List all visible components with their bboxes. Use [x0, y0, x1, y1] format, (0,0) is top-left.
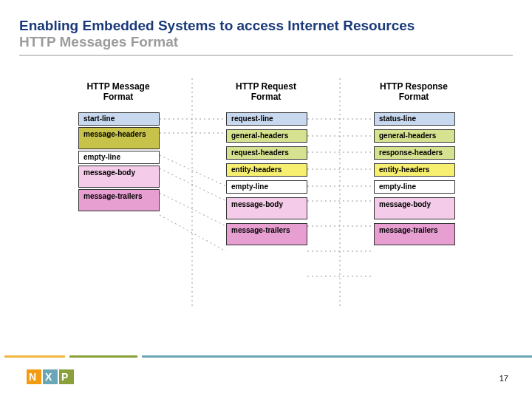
col3-empty-line: empty-line — [374, 180, 455, 194]
svg-line-4 — [160, 155, 226, 186]
svg-text:N: N — [29, 371, 36, 383]
col3-message-body: message-body — [374, 197, 455, 219]
col2-general-headers: general-headers — [226, 129, 307, 143]
svg-line-7 — [160, 215, 226, 251]
col1-start-line: start-line — [78, 112, 160, 126]
col2-message-body: message-body — [226, 197, 307, 219]
diagram: HTTP Message Format HTTP Request Format … — [66, 78, 466, 315]
svg-text:P: P — [61, 371, 68, 383]
title-line2: HTTP Messages Format — [19, 34, 513, 50]
col1-empty-line: empty-line — [78, 151, 160, 164]
col-header-3-l1: HTTP Response — [380, 81, 448, 92]
title-line1: Enabling Embedded Systems to access Inte… — [19, 18, 513, 34]
col2-entity-headers: entity-headers — [226, 163, 307, 177]
footer-bar-green — [69, 355, 137, 358]
col3-status-line: status-line — [374, 112, 455, 126]
col2-request-headers: request-headers — [226, 146, 307, 160]
col2-empty-line: empty-line — [226, 180, 307, 194]
col-header-3: HTTP Response Format — [362, 81, 466, 103]
svg-line-6 — [160, 193, 226, 226]
col-header-1-l2: Format — [103, 92, 134, 102]
col2-request-line: request-line — [226, 112, 307, 126]
col2-message-trailers: message-trailers — [226, 223, 307, 245]
nxp-logo: N X P — [27, 366, 81, 390]
col-header-1: HTTP Message Format — [66, 81, 170, 103]
col-header-2: HTTP Request Format — [214, 81, 318, 103]
page-number: 17 — [499, 374, 508, 383]
svg-line-5 — [160, 168, 226, 201]
footer-bar-orange — [4, 355, 65, 358]
footer-bar-teal — [142, 355, 532, 358]
col1-message-trailers: message-trailers — [78, 189, 160, 211]
svg-text:X: X — [45, 371, 52, 383]
slide-title: Enabling Embedded Systems to access Inte… — [0, 0, 532, 53]
col1-message-body: message-body — [78, 166, 160, 188]
col3-message-trailers: message-trailers — [374, 223, 455, 245]
col-header-1-l1: HTTP Message — [86, 81, 149, 92]
col1-message-headers: message-headers — [78, 127, 160, 149]
footer-color-bars — [0, 353, 532, 359]
col-header-3-l2: Format — [399, 92, 429, 102]
col3-response-headers: response-headers — [374, 146, 455, 160]
col-header-2-l2: Format — [251, 92, 282, 102]
title-underline — [19, 55, 513, 56]
col3-general-headers: general-headers — [374, 129, 455, 143]
col3-entity-headers: entity-headers — [374, 163, 455, 177]
col-header-2-l1: HTTP Request — [236, 81, 296, 92]
